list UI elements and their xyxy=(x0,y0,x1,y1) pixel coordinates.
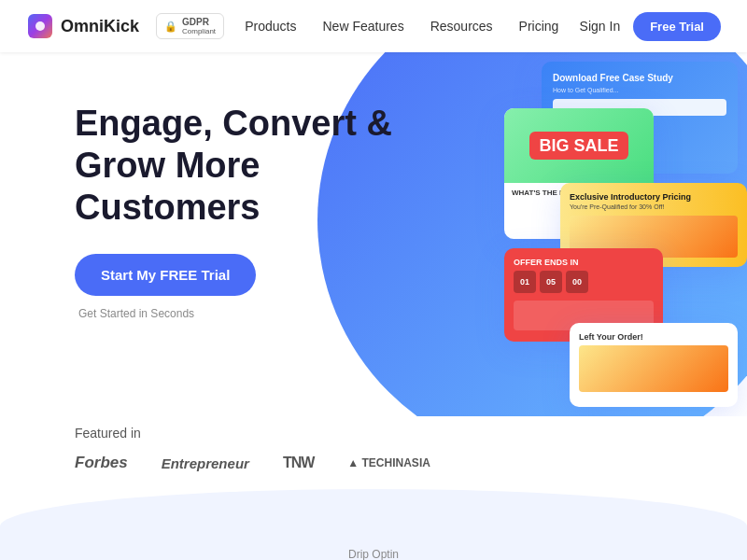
promo-card-5: Left Your Order! xyxy=(570,323,738,407)
featured-logos: Forbes Entrepreneur TNW ▲ TECHINASIA xyxy=(75,454,672,472)
cta-button[interactable]: Start My FREE Trial xyxy=(75,254,256,296)
nav-links: Products New Features Resources Pricing xyxy=(245,19,558,34)
card5-image xyxy=(579,345,728,392)
svg-point-1 xyxy=(35,21,45,31)
card2-image: BIG SALE xyxy=(504,108,654,183)
hero-cards: Download Free Case Study How to Get Qual… xyxy=(495,62,747,416)
navbar-left: OmniKick 🔒 GDPR Compliant xyxy=(26,12,224,40)
navbar: OmniKick 🔒 GDPR Compliant Products New F… xyxy=(0,0,747,52)
nav-products[interactable]: Products xyxy=(245,19,296,34)
nav-new-features[interactable]: New Features xyxy=(323,19,404,34)
free-trial-nav-button[interactable]: Free Trial xyxy=(633,12,721,41)
hero-title: Engage, Convert & Grow More Customers xyxy=(75,103,430,228)
brand-tnw: TNW xyxy=(283,455,314,471)
drip-section: Drip Optin Build a highly responsive ema… xyxy=(0,536,747,560)
brand-entrepreneur: Entrepreneur xyxy=(162,455,249,471)
logo[interactable]: OmniKick xyxy=(26,12,139,40)
lock-icon: 🔒 xyxy=(164,21,177,33)
navbar-right: Sign In Free Trial xyxy=(580,12,721,41)
nav-pricing[interactable]: Pricing xyxy=(519,19,559,34)
card2-badge: BIG SALE xyxy=(529,132,627,160)
countdown-timer: 01 05 00 xyxy=(514,271,654,293)
gdpr-badge: 🔒 GDPR Compliant xyxy=(156,13,224,39)
brand-forbes: Forbes xyxy=(75,454,128,472)
gdpr-text: GDPR Compliant xyxy=(182,17,216,35)
wave-divider xyxy=(0,489,747,536)
featured-section: Featured in Forbes Entrepreneur TNW ▲ TE… xyxy=(0,416,747,489)
featured-label: Featured in xyxy=(75,426,672,441)
hero-content: Engage, Convert & Grow More Customers St… xyxy=(75,103,430,320)
brand-techinasia: ▲ TECHINASIA xyxy=(347,456,430,469)
drip-label: Drip Optin xyxy=(348,548,399,560)
logo-text: OmniKick xyxy=(61,17,139,36)
signin-button[interactable]: Sign In xyxy=(580,19,621,34)
nav-resources[interactable]: Resources xyxy=(430,19,493,34)
cta-subtext: Get Started in Seconds xyxy=(78,307,430,320)
hero-section: Engage, Convert & Grow More Customers St… xyxy=(0,52,747,416)
